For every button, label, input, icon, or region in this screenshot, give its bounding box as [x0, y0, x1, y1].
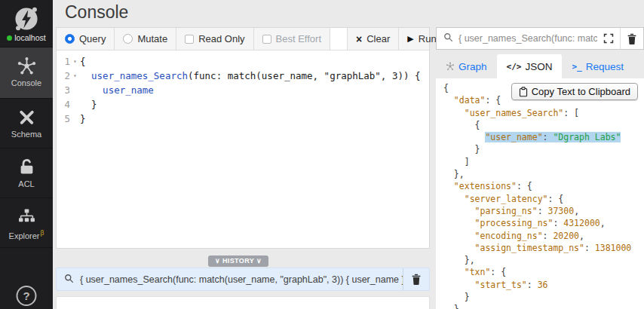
trash-icon [627, 33, 637, 44]
read-only-checkbox[interactable]: Read Only [176, 28, 253, 50]
explorer-tree-icon [0, 207, 53, 227]
result-tabs: Graph </> JSON >_ Request [436, 54, 644, 78]
sidebar-item-label: ACL [0, 179, 53, 188]
sidebar-item-label: Console [0, 78, 53, 87]
code-editor-lines: 1▾{2▾ user_names_Search(func: match(user… [57, 54, 429, 126]
radio-selected-icon [65, 34, 75, 44]
code-editor[interactable]: 1▾{2▾ user_names_Search(func: match(user… [57, 50, 429, 126]
toolbar-spacer [330, 28, 348, 50]
sidebar: localhost Console Schema [0, 0, 53, 309]
history-entry-partial[interactable] [56, 296, 430, 309]
result-query-preview: { user_names_Search(func: match(... [458, 33, 597, 44]
checkbox-icon [185, 35, 194, 44]
sidebar-item-acl[interactable]: ACL [0, 148, 53, 197]
copy-to-clipboard-button[interactable]: Copy Text to Clipboard [511, 83, 638, 100]
run-play-icon: ▶ [407, 34, 413, 44]
clear-x-icon: × [356, 33, 362, 45]
clear-result-button[interactable] [621, 28, 643, 49]
graph-icon [446, 62, 455, 71]
query-editor-panel: Query Mutate Read Only Best Effort × Cle… [56, 27, 430, 249]
sidebar-item-explorer[interactable]: Explorerβ [0, 197, 53, 247]
json-response-body: { "data": { "user_names_Search": [ { "us… [436, 78, 644, 309]
acl-lock-icon [0, 157, 53, 177]
search-icon [443, 32, 453, 45]
trash-icon [411, 274, 422, 285]
schema-tools-icon [0, 107, 53, 127]
sidebar-item-label: Explorerβ [0, 229, 53, 240]
query-radio[interactable]: Query [57, 28, 115, 50]
fullscreen-button[interactable] [597, 28, 620, 49]
radio-unselected-icon [123, 34, 133, 44]
beta-badge: β [41, 229, 44, 237]
connection-status-icon [7, 35, 12, 41]
code-icon: </> [507, 62, 522, 72]
fullscreen-icon [603, 33, 614, 44]
dgraph-logo-icon [0, 5, 53, 33]
clipboard-icon [519, 87, 528, 97]
sidebar-item-console[interactable]: Console [0, 47, 53, 98]
editor-toolbar: Query Mutate Read Only Best Effort × Cle… [57, 28, 429, 50]
clear-button[interactable]: × Clear [348, 28, 399, 50]
console-graph-icon [0, 56, 53, 76]
server-connection[interactable]: localhost [0, 0, 53, 47]
sidebar-footer: ? [0, 247, 53, 297]
search-icon [64, 273, 74, 286]
sidebar-item-label: Schema [0, 130, 53, 139]
terminal-icon: >_ [572, 62, 581, 72]
history-query-text: { user_names_Search(func: match(user_nam… [80, 274, 403, 285]
mutate-radio[interactable]: Mutate [115, 28, 176, 50]
tab-graph[interactable]: Graph [436, 54, 497, 78]
sidebar-item-schema[interactable]: Schema [0, 98, 53, 148]
result-query-bar[interactable]: { user_names_Search(func: match(... [436, 27, 644, 50]
best-effort-checkbox[interactable]: Best Effort [254, 28, 330, 50]
history-toggle[interactable]: ∨ HISTORY ∨ [208, 255, 268, 267]
help-icon[interactable]: ? [17, 286, 37, 306]
history-entry[interactable]: { user_names_Search(func: match(user_nam… [56, 268, 430, 291]
tab-request[interactable]: >_ Request [562, 54, 633, 78]
delete-history-button[interactable] [403, 268, 429, 290]
server-label: localhost [14, 33, 45, 42]
checkbox-icon [262, 35, 271, 44]
json-response-panel: Copy Text to Clipboard { "data": { "user… [436, 78, 644, 309]
page-title: Console [65, 2, 128, 23]
tab-json[interactable]: </> JSON [497, 54, 563, 78]
